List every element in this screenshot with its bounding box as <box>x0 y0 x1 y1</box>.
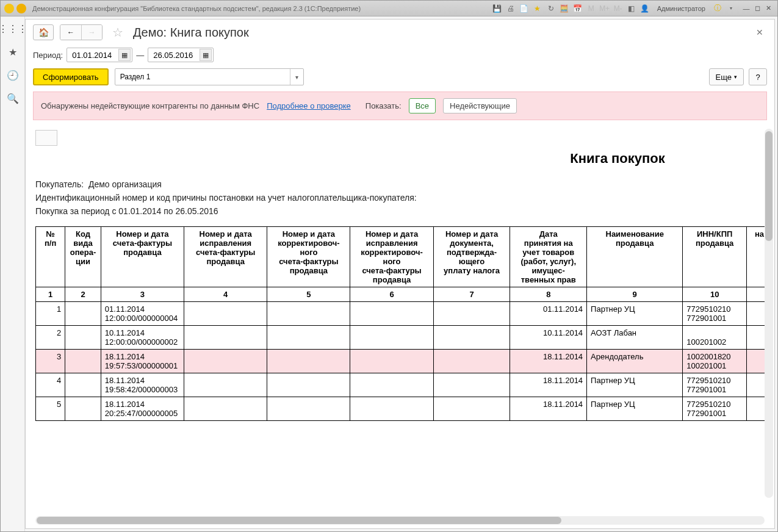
table-cell: 7729510210 772901001 <box>683 397 747 421</box>
sidebar: ⋮⋮⋮ ★ 🕘 🔍 <box>1 16 25 531</box>
table-header-row: № п/п Код вида опера- ции Номер и дата с… <box>36 227 773 287</box>
minimize-button[interactable]: — <box>741 4 752 13</box>
info-icon[interactable]: ⓘ <box>713 4 722 13</box>
table-row[interactable]: 101.11.2014 12:00:00/00000000401.11.2014… <box>36 302 773 326</box>
m-plus-icon[interactable]: M+ <box>600 4 610 13</box>
table-cell <box>350 373 433 397</box>
favorite-toggle-icon[interactable]: ☆ <box>112 25 123 40</box>
table-cell <box>267 302 350 326</box>
dropdown-icon[interactable] <box>16 4 26 13</box>
table-cell: 100201002 <box>683 326 747 350</box>
home-button[interactable]: 🏠 <box>33 24 54 40</box>
chevron-down-icon[interactable]: ▾ <box>290 69 303 85</box>
print-icon[interactable]: 🖨 <box>506 4 516 13</box>
show-label: Показать: <box>366 101 402 110</box>
calendar-to-icon[interactable]: ▦ <box>200 49 212 61</box>
table-cell: 5 <box>36 397 65 421</box>
colnum-cell: 5 <box>267 287 350 302</box>
table-cell <box>184 350 267 373</box>
generate-button[interactable]: Сформировать <box>33 68 109 85</box>
table-cell <box>65 302 101 326</box>
period-label: Период: <box>33 51 63 60</box>
close-tab-button[interactable]: ✕ <box>752 27 767 37</box>
star-icon[interactable]: ★ <box>533 4 542 13</box>
close-button[interactable]: ✕ <box>763 4 774 13</box>
filter-all-button[interactable]: Все <box>409 98 436 113</box>
info-dropdown-icon[interactable]: ▾ <box>726 4 736 13</box>
table-cell: Партнер УЦ <box>587 397 683 421</box>
table-cell <box>267 397 350 421</box>
help-button[interactable]: ? <box>749 68 767 85</box>
table-cell <box>350 397 433 421</box>
panel-icon[interactable]: ◧ <box>627 4 636 13</box>
save-icon[interactable]: 💾 <box>492 4 502 13</box>
search-icon[interactable]: 🔍 <box>7 92 19 104</box>
table-cell: 18.11.2014 19:58:42/000000003 <box>101 373 184 397</box>
colnum-cell: 8 <box>510 287 587 302</box>
colnum-cell: 4 <box>184 287 267 302</box>
section-select-value: Раздел 1 <box>120 73 151 81</box>
action-row: Сформировать Раздел 1 ▾ Еще ▾ ? <box>26 68 774 92</box>
table-cell: 10.11.2014 12:00:00/000000002 <box>101 326 184 350</box>
table-cell: 7729510210 772901001 <box>683 373 747 397</box>
date-from-input[interactable] <box>71 50 117 60</box>
more-button-label: Еще <box>716 73 732 82</box>
forward-button[interactable]: → <box>81 25 102 40</box>
table-cell <box>65 350 101 373</box>
calc-icon[interactable]: 🧮 <box>560 4 569 13</box>
table-row[interactable]: 518.11.2014 20:25:47/00000000518.11.2014… <box>36 397 773 421</box>
horizontal-scroll-thumb[interactable] <box>37 517 561 524</box>
date-to-field[interactable]: ▦ <box>148 48 214 62</box>
table-cell: 18.11.2014 20:25:47/000000005 <box>101 397 184 421</box>
date-to-input[interactable] <box>152 50 198 60</box>
th-inn: ИНН/КПП продавца <box>683 227 747 287</box>
user-icon: 👤 <box>640 4 650 13</box>
table-colnum-row: 12345678910 <box>36 287 773 302</box>
table-cell: 4 <box>36 373 65 397</box>
table-cell <box>267 350 350 373</box>
buyer-value: Демо организация <box>88 179 162 189</box>
back-button[interactable]: ← <box>60 25 81 40</box>
history-icon[interactable]: 🕘 <box>7 69 19 81</box>
user-label[interactable]: Администратор <box>657 5 705 12</box>
warning-details-link[interactable]: Подробнее о проверке <box>267 101 351 110</box>
report-meta: Покупатель: Демо организация Идентификац… <box>35 178 773 218</box>
colnum-cell: 3 <box>101 287 184 302</box>
vertical-scrollbar[interactable] <box>765 129 773 498</box>
page-title: Демо: Книга покупок <box>133 26 249 40</box>
favorites-icon[interactable]: ★ <box>7 46 19 58</box>
table-cell: 3 <box>36 350 65 373</box>
warning-bar: Обнаружены недействующие контрагенты по … <box>33 92 767 120</box>
apps-icon[interactable]: ⋮⋮⋮ <box>7 23 19 35</box>
chevron-down-icon: ▾ <box>734 74 737 80</box>
table-cell <box>350 302 433 326</box>
m-icon[interactable]: M <box>586 4 596 13</box>
table-cell <box>184 326 267 350</box>
table-cell <box>65 326 101 350</box>
buyer-label: Покупатель: <box>35 179 84 189</box>
titlebar: Демонстрационная конфигурация "Библиотек… <box>1 1 777 16</box>
vertical-scroll-thumb[interactable] <box>765 131 773 241</box>
horizontal-scrollbar[interactable] <box>35 516 765 525</box>
table-cell <box>433 302 510 326</box>
refresh-icon[interactable]: ↻ <box>546 4 556 13</box>
calendar-from-icon[interactable]: ▦ <box>118 49 131 61</box>
table-cell: 18.11.2014 <box>510 397 587 421</box>
maximize-button[interactable]: ◻ <box>752 4 763 13</box>
table-row[interactable]: 418.11.2014 19:58:42/00000000318.11.2014… <box>36 373 773 397</box>
period-dash: — <box>136 51 144 60</box>
table-row[interactable]: 318.11.2014 19:57:53/00000000118.11.2014… <box>36 350 773 373</box>
section-select[interactable]: Раздел 1 ▾ <box>115 68 304 85</box>
doc-icon[interactable]: 📄 <box>519 4 529 13</box>
more-button[interactable]: Еще ▾ <box>709 68 744 85</box>
period-line: Покупка за период с 01.01.2014 по 26.05.… <box>35 206 218 216</box>
table-row[interactable]: 210.11.2014 12:00:00/00000000210.11.2014… <box>36 326 773 350</box>
table-cell <box>350 326 433 350</box>
date-from-field[interactable]: ▦ <box>67 48 132 62</box>
m-minus-icon[interactable]: M- <box>613 4 623 13</box>
table-cell <box>433 350 510 373</box>
filter-invalid-button[interactable]: Недействующие <box>443 98 517 113</box>
calendar-icon[interactable]: 📅 <box>573 4 583 13</box>
report-area[interactable]: Книга покупок Покупатель: Демо организац… <box>26 124 774 516</box>
sheet-corner-cell[interactable] <box>35 130 57 146</box>
